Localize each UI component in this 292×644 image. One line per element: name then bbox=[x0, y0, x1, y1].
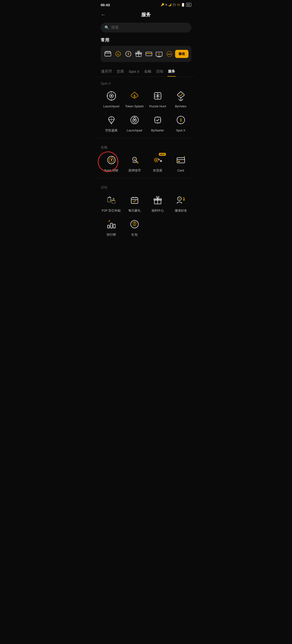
launchpool-icon bbox=[105, 89, 118, 102]
tokensplash-label: Token Splash bbox=[125, 104, 144, 108]
svg-rect-31 bbox=[177, 158, 185, 163]
svg-rect-42 bbox=[110, 223, 112, 228]
svg-text:$: $ bbox=[134, 94, 136, 98]
list-item[interactable]: P2P 百亿补贴 bbox=[101, 194, 122, 213]
svg-text:$: $ bbox=[179, 198, 180, 200]
list-item[interactable]: Launchpad bbox=[124, 113, 145, 132]
savings-icon: ₮ bbox=[105, 153, 118, 167]
list-item[interactable]: 排行榜 bbox=[101, 218, 122, 237]
svg-point-44 bbox=[109, 220, 110, 221]
list-item[interactable]: $ 邀请好友 bbox=[170, 194, 191, 213]
lend-label: 存贷易 bbox=[153, 169, 162, 173]
wifi-icon: 🔑 bbox=[161, 3, 164, 6]
quick-icon-tv bbox=[154, 49, 164, 59]
search-placeholder: 搜索 bbox=[111, 25, 119, 30]
quick-icon-gift bbox=[134, 49, 143, 59]
p2p-label: P2P 百亿补贴 bbox=[102, 209, 121, 213]
svg-text:★: ★ bbox=[133, 158, 136, 160]
list-item[interactable]: ★ 质押借币 bbox=[124, 153, 145, 173]
activity-section: 活动 P2P 百亿补贴 bbox=[97, 180, 195, 241]
list-item[interactable]: Launchpool bbox=[101, 89, 122, 108]
spotx-icon: ₿ bbox=[174, 113, 188, 127]
svg-rect-36 bbox=[131, 198, 138, 204]
modify-button[interactable]: 修改 bbox=[175, 50, 188, 58]
bystarter-label: ByStarter bbox=[151, 128, 164, 132]
divider-2 bbox=[97, 178, 195, 179]
svg-text:₿: ₿ bbox=[180, 118, 182, 122]
vibrate-icon: 📳 bbox=[172, 3, 176, 6]
p2p-icon bbox=[105, 194, 118, 207]
common-section-title: 常用 bbox=[97, 36, 195, 46]
card-icon bbox=[174, 153, 188, 167]
svg-point-13 bbox=[111, 95, 112, 96]
svg-point-8 bbox=[158, 54, 160, 55]
list-item[interactable]: ₮ Bybit 理财 bbox=[101, 153, 122, 173]
spotx-item-label: Spot X bbox=[176, 128, 185, 132]
rank-label: 排行榜 bbox=[107, 233, 116, 237]
quick-icon-wallet bbox=[104, 49, 112, 59]
launchpool-label: Launchpool bbox=[103, 104, 119, 108]
list-item[interactable]: ₿ Spot X bbox=[170, 113, 191, 132]
quick-icon-bitcoin: ₿ bbox=[124, 49, 133, 59]
card-label: Card bbox=[177, 169, 184, 173]
list-item[interactable]: ₮ 红包 bbox=[124, 218, 145, 237]
search-icon: 🔍 bbox=[104, 25, 109, 30]
svg-text:$: $ bbox=[118, 53, 119, 55]
signal-icon: ▐▌ bbox=[181, 3, 185, 6]
svg-point-27 bbox=[137, 162, 138, 164]
list-item[interactable]: Puzzle Hunt bbox=[147, 89, 168, 108]
invite-icon: $ bbox=[174, 194, 188, 207]
bystarter-icon bbox=[151, 113, 164, 127]
quick-icon-p2p: P2P bbox=[165, 49, 174, 59]
nfc-icon: N bbox=[165, 4, 167, 6]
finance-section: 金融 ₮ Bybit 理财 ★ bbox=[97, 140, 195, 176]
svg-rect-20 bbox=[155, 117, 160, 123]
list-item[interactable]: $ Token Splash bbox=[124, 89, 145, 108]
puzzlehunt-label: Puzzle Hunt bbox=[149, 104, 166, 108]
header: ← 服务 bbox=[97, 8, 195, 21]
puzzlehunt-icon bbox=[151, 89, 164, 102]
svg-rect-43 bbox=[113, 224, 115, 228]
svg-point-33 bbox=[184, 156, 185, 157]
moon-icon: 🌙 bbox=[168, 3, 172, 6]
back-button[interactable]: ← bbox=[101, 12, 106, 18]
status-icons: 🔑 N 🌙 📳 4G ▐▌ 61 bbox=[161, 3, 191, 7]
redpack-icon: ₮ bbox=[128, 218, 141, 231]
daily-icon bbox=[128, 194, 141, 207]
list-item[interactable]: ByVotes bbox=[170, 89, 191, 108]
activity-label: 活动 bbox=[101, 185, 191, 190]
activity-grid: P2P 百亿补贴 每日豪礼 bbox=[101, 194, 191, 237]
pledge-label: 质押借币 bbox=[128, 169, 141, 173]
spotx-label: Spot X bbox=[101, 82, 191, 86]
byvotes-icon bbox=[174, 89, 188, 102]
list-item[interactable]: 空投盛典 bbox=[101, 113, 122, 132]
list-item[interactable]: 福利中心 bbox=[147, 194, 168, 213]
invite-label: 邀请好友 bbox=[175, 209, 187, 213]
savings-label: Bybit 理财 bbox=[104, 169, 118, 173]
list-item[interactable]: 每日豪礼 bbox=[124, 194, 145, 213]
list-item[interactable]: ByStarter bbox=[147, 113, 168, 132]
quick-access-bar: $ ₿ P2P 修改 bbox=[101, 46, 191, 62]
svg-text:₮: ₮ bbox=[134, 222, 136, 225]
tab-finance[interactable]: 金融 bbox=[144, 67, 152, 76]
tab-service[interactable]: 服务 bbox=[168, 67, 176, 76]
tab-activity[interactable]: 活动 bbox=[156, 67, 164, 76]
new-badge: NEW bbox=[159, 153, 166, 156]
svg-text:P2P: P2P bbox=[168, 53, 171, 55]
battery-icon: 61 bbox=[186, 3, 191, 7]
divider bbox=[97, 138, 195, 138]
byvotes-label: ByVotes bbox=[175, 104, 186, 108]
svg-rect-35 bbox=[112, 200, 115, 204]
list-item[interactable]: NEW 存贷易 bbox=[147, 153, 168, 173]
list-item[interactable]: Card bbox=[170, 153, 191, 173]
tab-trade[interactable]: 交易 bbox=[116, 67, 124, 76]
svg-rect-41 bbox=[108, 225, 110, 228]
status-time: 00:43 bbox=[101, 3, 110, 7]
svg-text:₮: ₮ bbox=[110, 158, 112, 162]
tokensplash-icon: $ bbox=[128, 89, 141, 102]
search-bar[interactable]: 🔍 搜索 bbox=[101, 23, 191, 32]
tab-jiemaicoin[interactable]: 捷买币 bbox=[101, 67, 112, 76]
status-bar: 00:43 🔑 N 🌙 📳 4G ▐▌ 61 bbox=[97, 0, 195, 8]
svg-point-16 bbox=[157, 95, 158, 96]
tab-spotx[interactable]: Spot X bbox=[128, 67, 140, 76]
